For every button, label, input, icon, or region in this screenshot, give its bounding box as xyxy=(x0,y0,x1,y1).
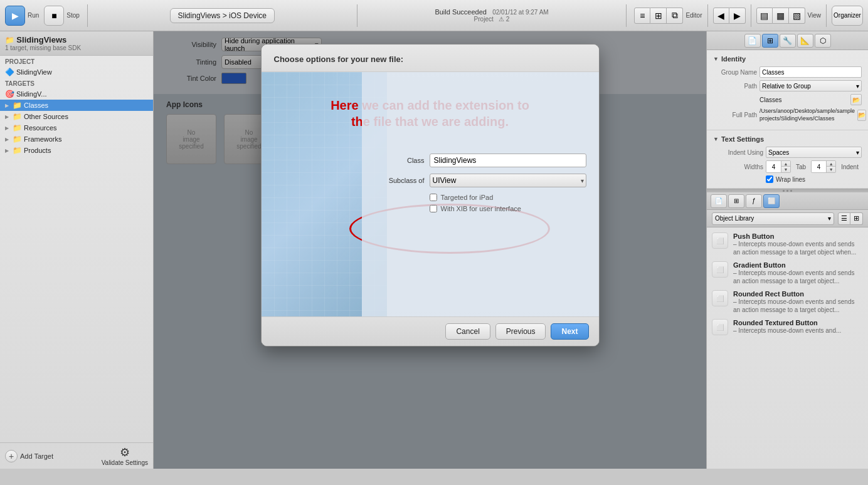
text-settings-title: Text Settings xyxy=(721,135,764,143)
xib-row: With XIB for user interface xyxy=(374,205,586,212)
dialog-body: Here we can add the extension to the fil… xyxy=(262,72,599,316)
obj-lib-list-view-btn[interactable]: ☰ xyxy=(838,212,850,225)
panel-tab-size[interactable]: 📐 xyxy=(797,34,813,48)
folder-icon-classes: 📁 xyxy=(13,101,21,110)
panel-tab-file[interactable]: 📄 xyxy=(744,34,761,48)
class-label: Class xyxy=(374,157,425,164)
view-utilities-btn[interactable]: ▧ xyxy=(789,8,805,24)
sidebar-item-frameworks[interactable]: ▶ 📁 Frameworks xyxy=(0,133,153,145)
disclosure-icon-2: ▶ xyxy=(5,114,9,120)
widths-row: Widths 4 ▲ ▼ Tab 4 ▲ ▼ Indent xyxy=(713,160,862,173)
divider-3 xyxy=(626,4,627,27)
main-area: 📁 SlidingViews 1 target, missing base SD… xyxy=(0,31,868,469)
rounded-textured-button-name: Rounded Textured Button xyxy=(733,319,841,326)
subclass-select[interactable]: UIView UIViewController NSObject xyxy=(430,174,586,187)
full-path-file-button[interactable]: 📂 xyxy=(857,110,866,121)
folder-icon-resources: 📁 xyxy=(13,123,21,132)
run-button[interactable]: ▶ xyxy=(5,6,25,26)
classes-label: Classes xyxy=(24,102,48,109)
add-target-button[interactable]: + Add Target xyxy=(5,450,53,462)
obj-lib-dropdown[interactable]: Object Library ▾ xyxy=(712,212,834,225)
indent-value: 4 xyxy=(812,161,827,172)
rounded-rect-button-icon: ⬜ xyxy=(712,290,728,306)
nav-back-btn[interactable]: ◀ xyxy=(713,8,729,24)
editor-standard-btn[interactable]: ≡ xyxy=(634,8,650,24)
path-type-value: Relative to Group xyxy=(762,83,811,90)
validate-button[interactable]: ⚙ Validate Settings xyxy=(102,446,148,466)
editor-version-btn[interactable]: ⧉ xyxy=(667,8,683,24)
dialog-form: Class Subclass of UIView UIViewControlle… xyxy=(374,154,586,212)
sidebar-item-products[interactable]: ▶ 📁 Products xyxy=(0,145,153,156)
path-file-button[interactable]: 📂 xyxy=(850,94,862,105)
path-type-dropdown[interactable]: Relative to Group ▾ xyxy=(760,80,862,91)
dialog-header: Choose options for your new file: xyxy=(262,44,599,72)
text-settings-arrow[interactable]: ▼ xyxy=(713,136,719,142)
sidebar-project-file[interactable]: 🔷 SlidingView xyxy=(0,66,153,78)
folder-icon-frameworks: 📁 xyxy=(13,135,21,143)
xib-checkbox[interactable] xyxy=(430,205,437,212)
build-status-text: Build Succeeded 02/01/12 at 9:27 AM xyxy=(365,8,619,16)
right-panel: 📄 ⊞ 🔧 📐 ⬡ ▼ Identity Group Name Path Rel… xyxy=(706,31,868,469)
subclass-label: Subclass of xyxy=(374,177,425,184)
sep-dot-3 xyxy=(790,190,792,192)
obj-lib-tab-class[interactable]: ⊞ xyxy=(728,194,744,208)
scheme-selector[interactable]: SlidingViews > iOS Device xyxy=(170,8,275,23)
project-name: 📁 SlidingViews xyxy=(5,35,148,44)
panel-tab-identity[interactable]: ⊞ xyxy=(762,34,778,48)
editor-assistant-btn[interactable]: ⊞ xyxy=(650,8,667,24)
project-sub: 1 target, missing base SDK xyxy=(5,44,148,51)
obj-lib-item-rounded-textured-button[interactable]: ⬜ Rounded Textured Button – Intercepts m… xyxy=(707,316,868,338)
divider-1 xyxy=(87,4,88,27)
sidebar-item-resources[interactable]: ▶ 📁 Resources xyxy=(0,122,153,133)
obj-lib-item-push-button[interactable]: ⬜ Push Button – Intercepts mouse-down ev… xyxy=(707,230,868,259)
disclosure-icon-5: ▶ xyxy=(5,148,9,154)
group-name-input[interactable] xyxy=(760,66,862,78)
wrap-lines-row: Wrap lines xyxy=(713,175,862,183)
panel-tab-attributes[interactable]: 🔧 xyxy=(780,34,796,48)
project-section-label: PROJECT xyxy=(0,56,153,66)
full-path-value: /Users/anoop/Desktop/sample/sample proje… xyxy=(760,108,855,122)
cancel-button[interactable]: Cancel xyxy=(445,323,490,340)
targeted-row: Targeted for iPad xyxy=(374,194,586,201)
wrap-lines-checkbox[interactable] xyxy=(766,175,773,183)
organizer-btn[interactable]: Organizer xyxy=(832,6,863,26)
wrap-lines-label: Wrap lines xyxy=(776,176,805,183)
divider-5 xyxy=(751,4,751,27)
obj-lib-tab-func[interactable]: ƒ xyxy=(746,194,762,208)
indent-decrement-btn[interactable]: ▼ xyxy=(827,167,835,172)
stop-button[interactable]: ■ xyxy=(44,6,64,26)
indent-dropdown-arrow: ▾ xyxy=(856,149,859,156)
obj-lib-grid-view-btn[interactable]: ⊞ xyxy=(850,212,863,225)
nav-forward-btn[interactable]: ▶ xyxy=(729,8,746,24)
class-input[interactable] xyxy=(430,154,586,167)
indent-using-dropdown[interactable]: Spaces ▾ xyxy=(766,147,862,158)
tab-stepper-btns: ▲ ▼ xyxy=(781,161,790,172)
view-debug-btn[interactable]: ▦ xyxy=(773,8,789,24)
dialog-overlay: Choose options for your new file: Here w… xyxy=(154,31,706,469)
panel-tab-connections[interactable]: ⬡ xyxy=(815,34,831,48)
push-button-info: Push Button – Intercepts mouse-down even… xyxy=(733,232,863,256)
obj-lib-tab-file[interactable]: 📄 xyxy=(711,194,727,208)
obj-lib-item-gradient-button[interactable]: ⬜ Gradient Button – Intercepts mouse-dow… xyxy=(707,259,868,288)
sidebar-target-item[interactable]: 🎯 SlidingV... xyxy=(0,88,153,100)
obj-lib-item-rounded-rect-button[interactable]: ⬜ Rounded Rect Button – Intercepts mouse… xyxy=(707,288,868,316)
widths-label: Widths xyxy=(713,164,763,170)
path-label: Path xyxy=(713,83,757,90)
tab-decrement-btn[interactable]: ▼ xyxy=(781,167,790,172)
obj-lib-list: ⬜ Push Button – Intercepts mouse-down ev… xyxy=(707,227,868,469)
view-navigator-btn[interactable]: ▤ xyxy=(756,8,773,24)
targeted-checkbox[interactable] xyxy=(430,194,437,201)
sidebar-item-other-sources[interactable]: ▶ 📁 Other Sources xyxy=(0,111,153,122)
obj-lib-tab-obj[interactable]: ⬜ xyxy=(763,194,780,208)
sidebar-item-classes[interactable]: ▶ 📁 Classes xyxy=(0,100,153,111)
tab-increment-btn[interactable]: ▲ xyxy=(781,161,790,167)
next-button[interactable]: Next xyxy=(551,323,588,340)
previous-button[interactable]: Previous xyxy=(495,323,546,340)
disclosure-icon-4: ▶ xyxy=(5,137,9,142)
indent-increment-btn[interactable]: ▲ xyxy=(827,161,835,167)
identity-collapse-arrow[interactable]: ▼ xyxy=(713,56,719,62)
obj-lib-dropdown-arrow: ▾ xyxy=(828,215,831,222)
obj-lib-header: Object Library ▾ ☰ ⊞ xyxy=(707,210,868,227)
obj-lib-tabs: 📄 ⊞ ƒ ⬜ xyxy=(707,192,868,210)
resources-label: Resources xyxy=(24,124,57,132)
